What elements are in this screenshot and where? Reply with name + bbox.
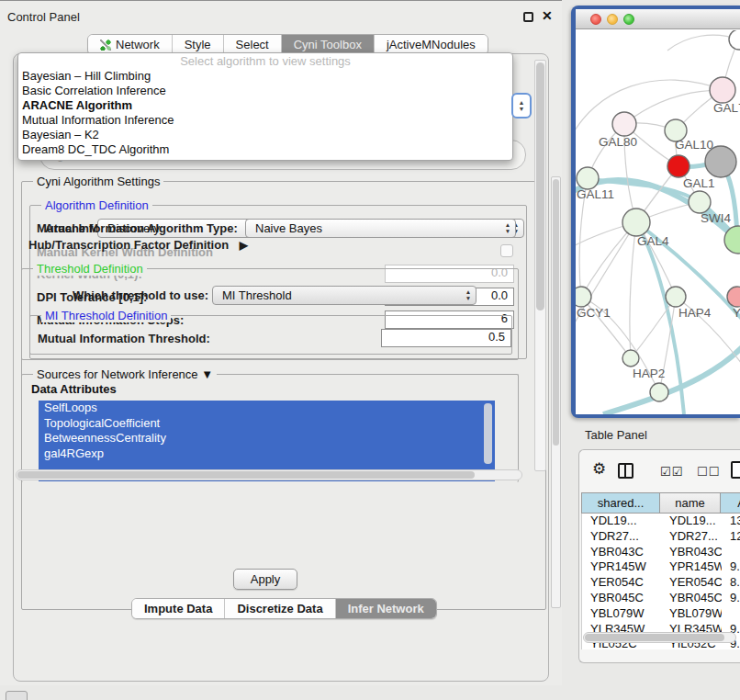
table-cell: 12 <box>722 529 740 545</box>
table-horizontal-scrollbar[interactable] <box>583 632 736 643</box>
minimize-traffic-light[interactable] <box>607 14 618 25</box>
stepper-down-icon: ▼ <box>519 106 525 112</box>
table-row[interactable]: YDL19...YDL19...13 <box>582 514 740 529</box>
tab-label: Infer Network <box>348 602 424 615</box>
algorithm-option[interactable]: Bayesian – Hill Climbing <box>18 69 512 84</box>
table-row[interactable]: YPR145WYPR145W9. <box>582 559 740 575</box>
tab-network[interactable]: Network <box>88 35 173 54</box>
apply-button[interactable]: Apply <box>233 569 297 590</box>
table-body: YDL19...YDL19...13YDR27...YDR27...12YBR0… <box>581 514 740 649</box>
table-cell: YBR045C <box>661 591 722 606</box>
column-header-name[interactable]: name <box>660 492 721 514</box>
network-node-gal1[interactable] <box>667 155 690 177</box>
zoom-traffic-light[interactable] <box>623 14 634 25</box>
table-cell: YBR045C <box>582 591 661 606</box>
table-row[interactable]: YBR043CYBR043C <box>582 545 740 560</box>
scrollbar-thumb[interactable] <box>585 634 724 641</box>
tab-jactivemnodules[interactable]: jActiveMNodules <box>375 35 488 54</box>
node-label-gal1: GAL1 <box>683 176 715 190</box>
network-window-titlebar[interactable] <box>576 9 740 29</box>
column-header-shared[interactable]: shared... <box>581 492 660 514</box>
network-node[interactable] <box>650 383 668 401</box>
network-node-hap4[interactable] <box>666 287 686 307</box>
attribute-item[interactable]: SelfLoops <box>39 401 495 416</box>
algorithm-option[interactable]: Mutual Information Inference <box>18 113 512 128</box>
table-cell: 13 <box>722 514 740 529</box>
close-traffic-light[interactable] <box>590 14 601 25</box>
algorithm-option[interactable]: Basic Correlation Inference <box>18 84 512 98</box>
tab-discretize-data[interactable]: Discretize Data <box>225 599 335 618</box>
sources-title[interactable]: Sources for Network Inference ▼ <box>33 367 217 381</box>
deselect-all-checkboxes-icon[interactable]: ☐☐ <box>697 462 720 482</box>
mi-threshold-input[interactable]: 0.5 <box>381 329 511 347</box>
scrollbar-thumb[interactable] <box>553 179 559 446</box>
network-node-gal4[interactable] <box>622 209 650 236</box>
network-node[interactable] <box>729 30 740 50</box>
network-node[interactable] <box>705 146 736 177</box>
table-cell: YPR145W <box>661 559 722 575</box>
table-toolbar: ⚙ ☑☑ ☐☐ <box>579 456 740 487</box>
node-table: shared...nameA YDL19...YDL19...13YDR27..… <box>581 492 740 649</box>
table-cell: YBL079W <box>582 606 661 622</box>
which-threshold-combo[interactable]: MI Threshold ▲▼ <box>212 286 477 305</box>
network-node-swi4[interactable] <box>689 191 711 213</box>
table-row[interactable]: YBL079WYBL079W <box>582 606 740 622</box>
algorithm-option[interactable]: Dream8 DC_TDC Algorithm <box>18 142 512 157</box>
tab-select[interactable]: Select <box>224 35 282 54</box>
settings-vertical-scrollbar[interactable] <box>534 60 546 471</box>
hub-definition-toggle[interactable]: Hub/Transcription Factor Definition ▶ <box>28 238 248 252</box>
network-edge <box>630 222 636 358</box>
network-node-gcy1[interactable] <box>576 287 591 307</box>
algorithm-dropdown-popup: Select algorithm to view settings Bayesi… <box>17 52 513 161</box>
attribute-item[interactable]: gal4RGexp <box>39 446 495 462</box>
node-label-swi4: SWI4 <box>701 211 731 225</box>
network-view-window: GAL7GAL80GAL10GAL1GAL11SWI4GAL4GCY1HAP4Y… <box>571 6 740 418</box>
tab-cyni-toolbox[interactable]: Cyni Toolbox <box>282 35 375 54</box>
tab-style[interactable]: Style <box>173 35 224 54</box>
table-panel-window: ⚙ ☑☑ ☐☐ shared...nameA YDL19...YDL19...1… <box>578 449 740 663</box>
attribute-item[interactable]: TopologicalCoefficient <box>39 416 495 432</box>
close-icon[interactable]: ✕ <box>542 8 553 23</box>
tab-label: jActiveMNodules <box>387 38 476 51</box>
column-header-A[interactable]: A <box>721 492 740 514</box>
panel-mini-button[interactable] <box>6 691 28 700</box>
network-node-gal80[interactable] <box>612 112 636 136</box>
network-node-gal11[interactable] <box>577 167 599 189</box>
mi-type-label: Mutual Information Algorithm Type: <box>37 221 238 235</box>
tab-label: Network <box>116 38 160 51</box>
control-panel-window: Control Panel ✕ NetworkStyleSelectCyni T… <box>0 0 562 685</box>
tab-label: Style <box>185 38 211 51</box>
table-row[interactable]: YBR045CYBR045C9. <box>582 591 740 606</box>
control-panel-scrollbar[interactable] <box>551 176 561 608</box>
algorithm-combo-stepper[interactable]: ▲▼ <box>511 93 532 119</box>
scrollbar-thumb[interactable] <box>17 471 475 479</box>
document-icon[interactable] <box>731 461 740 479</box>
cyni-bottom-tabs: Impute DataDiscretize DataInfer Network <box>131 598 437 619</box>
table-cell: YER054C <box>582 575 661 591</box>
table-row[interactable]: YDR27...YDR27...12 <box>582 529 740 545</box>
network-node-hap2[interactable] <box>622 350 639 367</box>
scrollbar-thumb[interactable] <box>536 62 544 310</box>
algorithm-option[interactable]: Bayesian – K2 <box>18 128 512 142</box>
stepper-up-icon: ▲ <box>519 99 525 106</box>
algorithm-option[interactable]: ARACNE Algorithm <box>18 98 512 113</box>
attributes-scrollbar-thumb[interactable] <box>484 403 492 464</box>
mi-type-combo[interactable]: Naive Bayes ▲▼ <box>245 219 516 238</box>
select-all-checkboxes-icon[interactable]: ☑☑ <box>660 462 683 482</box>
tab-label: Discretize Data <box>237 602 322 615</box>
table-cell: YBR043C <box>661 545 722 560</box>
network-node-gal7[interactable] <box>710 77 735 103</box>
node-label-hap4: HAP4 <box>678 306 712 320</box>
manual-kernel-checkbox[interactable] <box>500 244 513 257</box>
attribute-item[interactable]: BetweennessCentrality <box>39 431 495 446</box>
tab-impute-data[interactable]: Impute Data <box>132 599 225 618</box>
settings-horizontal-scrollbar[interactable] <box>16 469 522 480</box>
columns-icon[interactable] <box>618 463 633 479</box>
network-canvas[interactable]: GAL7GAL80GAL10GAL1GAL11SWI4GAL4GCY1HAP4Y… <box>576 30 740 414</box>
table-row[interactable]: YER054CYER054C8. <box>582 575 740 591</box>
gear-icon[interactable]: ⚙ <box>592 459 606 480</box>
which-threshold-value: MI Threshold <box>213 288 461 302</box>
which-threshold-label: Which threshold to use: <box>73 288 208 302</box>
tab-infer-network[interactable]: Infer Network <box>336 599 436 618</box>
float-window-icon[interactable] <box>523 12 533 22</box>
